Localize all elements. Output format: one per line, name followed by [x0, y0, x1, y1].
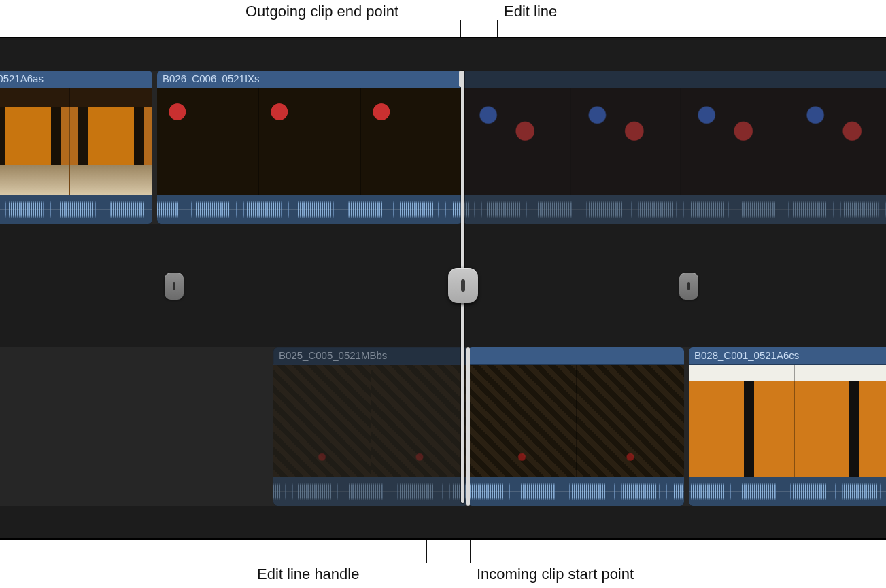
incoming-start-marker[interactable]	[466, 347, 470, 506]
thumb-icon	[681, 88, 789, 195]
thumb-icon	[462, 88, 571, 195]
outgoing-end-marker[interactable]	[459, 71, 462, 87]
clip-title	[468, 347, 684, 365]
handle-rail	[0, 259, 886, 313]
lower-clip-a[interactable]	[468, 347, 684, 506]
clip-thumbnails	[0, 88, 152, 195]
thumb-icon	[371, 365, 468, 477]
next-edit-handle[interactable]	[679, 273, 698, 300]
clip-title: B025_C005_0521MBbs	[273, 347, 468, 365]
thumb-icon	[795, 365, 887, 477]
audio-waveform	[157, 195, 462, 224]
upper-track: _0521A6as B026_C006_0521IXs	[0, 71, 886, 224]
clip-thumbnails	[689, 365, 886, 477]
clip-title: _0521A6as	[0, 71, 152, 88]
thumb-icon	[571, 88, 680, 195]
audio-waveform	[0, 195, 152, 224]
upper-clip-a[interactable]: _0521A6as	[0, 71, 152, 224]
thumb-icon	[0, 88, 70, 195]
thumb-icon	[689, 365, 795, 477]
audio-waveform	[468, 477, 684, 506]
thumb-icon	[273, 365, 371, 477]
lower-clip-c[interactable]: B028_C001_0521A6cs	[689, 347, 886, 506]
anno-outgoing-label: Outgoing clip end point	[245, 3, 398, 20]
clip-thumbnails	[157, 88, 462, 195]
thumb-icon	[259, 88, 361, 195]
precision-editor-timeline[interactable]: _0521A6as B026_C006_0521IXs	[0, 37, 886, 540]
clip-thumbnails	[462, 88, 886, 195]
anno-handle-label: Edit line handle	[257, 566, 359, 583]
clip-title: B026_C006_0521IXs	[157, 71, 462, 88]
audio-waveform	[689, 477, 886, 506]
thumb-icon	[577, 365, 685, 477]
clip-thumbnails	[273, 365, 468, 477]
anno-editline-label: Edit line	[504, 3, 557, 20]
thumb-icon	[361, 88, 462, 195]
upper-clip-b-ghost[interactable]	[462, 71, 886, 224]
audio-waveform	[462, 195, 886, 224]
thumb-icon	[468, 365, 577, 477]
thumb-icon	[70, 88, 153, 195]
thumb-icon	[789, 88, 886, 195]
clip-thumbnails	[468, 365, 684, 477]
prev-edit-handle[interactable]	[165, 273, 184, 300]
clip-title: B028_C001_0521A6cs	[689, 347, 886, 365]
thumb-icon	[157, 88, 259, 195]
edit-line-handle[interactable]	[448, 268, 478, 303]
anno-incoming-label: Incoming clip start point	[477, 566, 634, 583]
lower-track: B025_C005_0521MBbs B028_C001_0521A6cs	[0, 347, 886, 506]
clip-title	[462, 71, 886, 88]
audio-waveform	[273, 477, 468, 506]
lower-clip-a-ghost[interactable]: B025_C005_0521MBbs	[273, 347, 468, 506]
upper-clip-b[interactable]: B026_C006_0521IXs	[157, 71, 462, 224]
